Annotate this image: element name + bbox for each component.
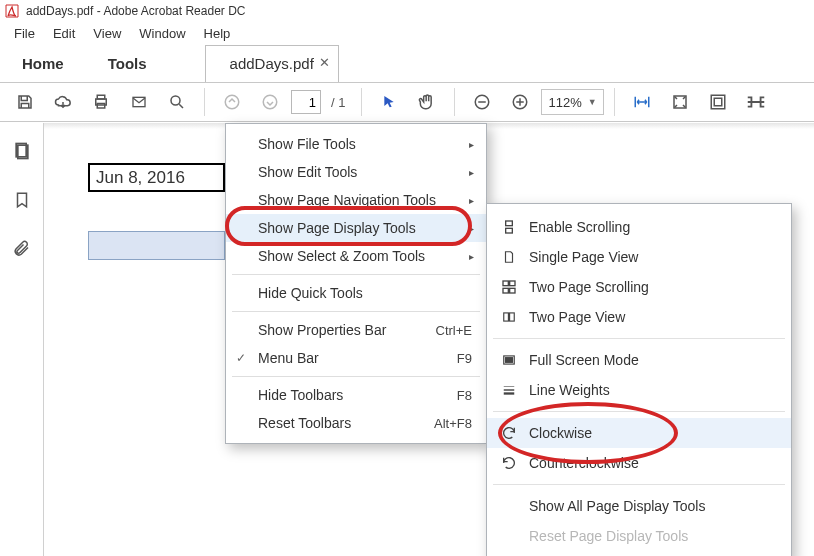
fullscreen-icon[interactable]: [701, 85, 735, 119]
mi-label: Show Page Navigation Tools: [258, 192, 436, 208]
mi-show-page-display-tools[interactable]: Show Page Display Tools▸: [226, 214, 486, 242]
svg-point-7: [263, 95, 277, 109]
mi-reset-toolbars[interactable]: Reset ToolbarsAlt+F8: [226, 409, 486, 437]
two-scroll-icon: [499, 277, 519, 297]
page-number-input[interactable]: [291, 90, 321, 114]
rotate-ccw-icon: [499, 453, 519, 473]
si-label: Show All Page Display Tools: [529, 498, 705, 514]
rotate-cw-icon: [499, 423, 519, 443]
mi-show-file-tools[interactable]: Show File Tools▸: [226, 130, 486, 158]
si-label: Single Page View: [529, 249, 638, 265]
submenu-arrow-icon: ▸: [469, 195, 474, 206]
menu-separator: [232, 376, 480, 377]
tab-row: Home Tools addDays.pdf ✕: [0, 44, 814, 82]
si-label: Full Screen Mode: [529, 352, 639, 368]
svg-rect-18: [510, 281, 515, 286]
shortcut-label: Alt+F8: [434, 416, 472, 431]
cloud-icon[interactable]: [46, 85, 80, 119]
si-rotate-counterclockwise[interactable]: Counterclockwise: [487, 448, 791, 478]
si-full-screen-mode[interactable]: Full Screen Mode: [487, 345, 791, 375]
svg-rect-2: [97, 95, 105, 99]
pointer-icon[interactable]: [372, 85, 406, 119]
attachment-icon[interactable]: [13, 239, 31, 262]
menu-help[interactable]: Help: [196, 24, 239, 43]
mi-label: Hide Quick Tools: [258, 285, 363, 301]
shortcut-label: F9: [457, 351, 472, 366]
fullscreen-icon: [499, 350, 519, 370]
svg-rect-19: [503, 288, 508, 293]
svg-rect-24: [506, 358, 513, 363]
mail-icon[interactable]: [122, 85, 156, 119]
submenu-arrow-icon: ▸: [469, 223, 474, 234]
title-bar: addDays.pdf - Adobe Acrobat Reader DC: [0, 0, 814, 22]
save-icon[interactable]: [8, 85, 42, 119]
mi-hide-toolbars[interactable]: Hide ToolbarsF8: [226, 381, 486, 409]
fit-width-icon[interactable]: [625, 85, 659, 119]
page-display-submenu: Enable Scrolling Single Page View Two Pa…: [486, 203, 792, 556]
tab-home[interactable]: Home: [0, 46, 86, 82]
svg-point-6: [225, 95, 239, 109]
date-field[interactable]: Jun 8, 2016: [88, 163, 225, 192]
si-show-all-page-display[interactable]: Show All Page Display Tools: [487, 491, 791, 521]
menu-edit[interactable]: Edit: [45, 24, 83, 43]
si-label: Enable Scrolling: [529, 219, 630, 235]
si-two-page-view[interactable]: Two Page View: [487, 302, 791, 332]
zoom-select[interactable]: 112%▼: [541, 89, 603, 115]
thumbnails-icon[interactable]: [12, 141, 32, 164]
main-toolbar: / 1 112%▼: [0, 82, 814, 122]
line-weights-icon: [499, 380, 519, 400]
mi-hide-quick-tools[interactable]: Hide Quick Tools: [226, 279, 486, 307]
menu-file[interactable]: File: [6, 24, 43, 43]
mi-show-properties-bar[interactable]: Show Properties BarCtrl+E: [226, 316, 486, 344]
menu-window[interactable]: Window: [131, 24, 193, 43]
separator: [614, 88, 615, 116]
mi-show-page-nav-tools[interactable]: Show Page Navigation Tools▸: [226, 186, 486, 214]
separator: [204, 88, 205, 116]
si-label: Counterclockwise: [529, 455, 639, 471]
left-sidebar: [0, 123, 44, 556]
separator: [361, 88, 362, 116]
si-line-weights[interactable]: Line Weights: [487, 375, 791, 405]
more-tools-icon[interactable]: [739, 85, 773, 119]
mi-label: Show Properties Bar: [258, 322, 386, 338]
mi-label: Hide Toolbars: [258, 387, 343, 403]
zoom-in-icon[interactable]: [503, 85, 537, 119]
svg-rect-17: [503, 281, 508, 286]
si-label: Reset Page Display Tools: [529, 528, 688, 544]
tab-tools[interactable]: Tools: [86, 46, 169, 82]
menu-separator: [232, 311, 480, 312]
search-icon[interactable]: [160, 85, 194, 119]
si-enable-scrolling[interactable]: Enable Scrolling: [487, 212, 791, 242]
mi-show-edit-tools[interactable]: Show Edit Tools▸: [226, 158, 486, 186]
menu-bar: File Edit View Window Help: [0, 22, 814, 44]
si-reset-page-display: Reset Page Display Tools: [487, 521, 791, 551]
menu-separator: [493, 411, 785, 412]
page-total-label: / 1: [325, 95, 351, 110]
zoom-out-icon[interactable]: [465, 85, 499, 119]
fit-page-icon[interactable]: [663, 85, 697, 119]
menu-view[interactable]: View: [85, 24, 129, 43]
si-two-page-scrolling[interactable]: Two Page Scrolling: [487, 272, 791, 302]
mi-label: Reset Toolbars: [258, 415, 351, 431]
hand-icon[interactable]: [410, 85, 444, 119]
page-up-icon[interactable]: [215, 85, 249, 119]
tab-document[interactable]: addDays.pdf ✕: [205, 45, 339, 82]
two-page-icon: [499, 307, 519, 327]
shortcut-label: Ctrl+E: [436, 323, 472, 338]
toolbar-context-menu: Show File Tools▸ Show Edit Tools▸ Show P…: [225, 123, 487, 444]
mi-label: Show File Tools: [258, 136, 356, 152]
svg-rect-22: [510, 313, 515, 321]
check-icon: ✓: [236, 351, 246, 365]
menu-separator: [232, 274, 480, 275]
si-rotate-clockwise[interactable]: Clockwise: [487, 418, 791, 448]
form-field-empty[interactable]: [88, 231, 225, 260]
close-icon[interactable]: ✕: [319, 55, 330, 70]
print-icon[interactable]: [84, 85, 118, 119]
mi-show-select-zoom-tools[interactable]: Show Select & Zoom Tools▸: [226, 242, 486, 270]
svg-rect-16: [506, 228, 513, 233]
mi-label: Show Edit Tools: [258, 164, 357, 180]
bookmark-icon[interactable]: [13, 190, 31, 213]
page-down-icon[interactable]: [253, 85, 287, 119]
si-single-page-view[interactable]: Single Page View: [487, 242, 791, 272]
mi-menu-bar[interactable]: ✓Menu BarF9: [226, 344, 486, 372]
